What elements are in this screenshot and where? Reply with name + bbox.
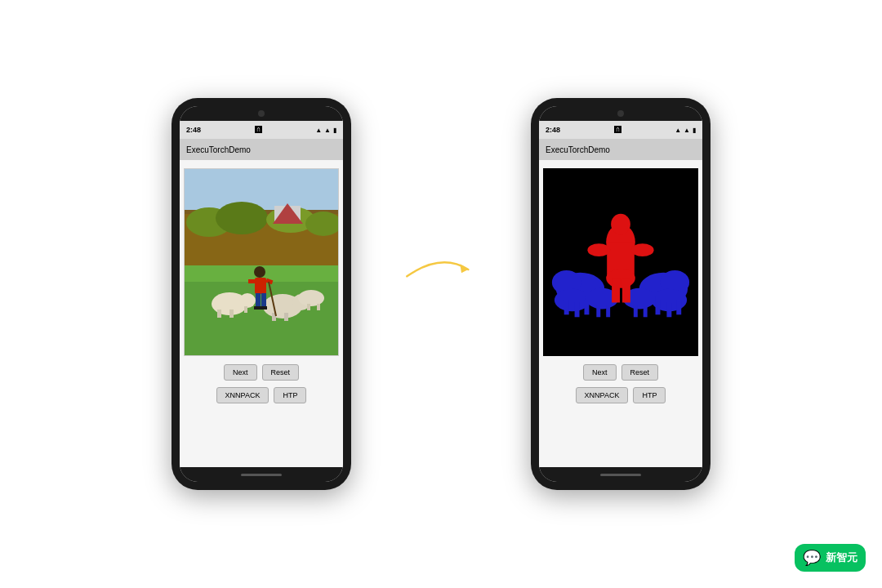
left-signal-icon: ▲: [324, 127, 331, 134]
right-seg-display: [543, 168, 698, 356]
right-battery-icon: ▮: [693, 127, 696, 134]
svg-rect-50: [666, 302, 671, 317]
right-button-row-2: XNNPACK HTP: [576, 387, 666, 403]
left-phone-inner: 2:48 🅰 ▲ ▲ ▮ ExecuTorchDemo: [180, 106, 343, 482]
reset-button-left[interactable]: Reset: [262, 364, 300, 381]
svg-point-38: [631, 243, 654, 256]
right-time: 2:48: [546, 126, 560, 134]
right-phone-top: [539, 106, 702, 121]
right-wifi-icon: ▲: [675, 127, 681, 134]
left-home-bar: [241, 474, 282, 476]
svg-point-39: [606, 269, 635, 288]
svg-rect-12: [217, 310, 221, 318]
right-home-bar: [600, 474, 641, 476]
svg-rect-18: [284, 313, 288, 321]
left-content-area: Next Reset XNNPACK HTP: [180, 160, 343, 467]
farm-scene-svg: [185, 169, 339, 356]
svg-point-4: [216, 202, 268, 234]
left-image-display: [184, 168, 339, 356]
right-buttons-area: Next Reset XNNPACK HTP: [546, 364, 696, 403]
xnnpack-button-right[interactable]: XNNPACK: [576, 387, 629, 403]
right-signal-icon: ▲: [684, 127, 690, 134]
svg-rect-30: [261, 306, 267, 310]
left-notification: 🅰: [255, 126, 262, 134]
svg-point-35: [611, 214, 630, 235]
svg-rect-56: [634, 305, 638, 317]
right-phone-inner: 2:48 🅰 ▲ ▲ ▮ ExecuTorchDemo: [539, 106, 702, 482]
svg-point-20: [298, 290, 324, 306]
right-app-bar: ExecuTorchDemo: [539, 139, 702, 160]
left-buttons-area: Next Reset XNNPACK HTP: [186, 364, 336, 403]
left-app-title: ExecuTorchDemo: [186, 145, 251, 154]
svg-point-37: [587, 243, 610, 256]
svg-rect-53: [596, 305, 600, 317]
right-camera: [617, 110, 624, 117]
svg-rect-43: [564, 301, 569, 315]
svg-rect-51: [676, 301, 681, 315]
left-wifi-icon: ▲: [315, 127, 322, 134]
svg-rect-28: [261, 293, 266, 308]
svg-rect-29: [254, 306, 261, 310]
right-app-title: ExecuTorchDemo: [546, 145, 610, 154]
svg-rect-25: [248, 279, 255, 283]
left-phone-bottom: [180, 467, 343, 482]
reset-button-right[interactable]: Reset: [621, 364, 659, 381]
right-status-bar: 2:48 🅰 ▲ ▲ ▮: [539, 121, 702, 139]
left-phone-top: [180, 106, 343, 121]
left-status-icons: ▲ ▲ ▮: [315, 127, 336, 134]
svg-rect-15: [244, 306, 247, 313]
wechat-icon: 💬: [803, 549, 821, 567]
main-container: 2:48 🅰 ▲ ▲ ▮ ExecuTorchDemo: [0, 0, 882, 588]
wechat-text: 新智元: [826, 550, 858, 565]
svg-rect-59: [622, 278, 630, 303]
left-camera: [258, 110, 265, 117]
svg-point-23: [254, 266, 265, 278]
right-notification: 🅰: [614, 126, 621, 134]
right-status-icons: ▲ ▲ ▮: [675, 127, 696, 134]
right-content-area: Next Reset XNNPACK HTP: [539, 160, 702, 467]
htp-button-left[interactable]: HTP: [274, 387, 306, 403]
svg-rect-54: [606, 305, 610, 317]
segmentation-scene-svg: [544, 169, 697, 355]
left-button-row-2: XNNPACK HTP: [216, 387, 307, 403]
left-phone: 2:48 🅰 ▲ ▲ ▮ ExecuTorchDemo: [172, 98, 351, 490]
left-battery-icon: ▮: [333, 127, 336, 134]
xnnpack-button-left[interactable]: XNNPACK: [216, 387, 270, 403]
left-status-bar: 2:48 🅰 ▲ ▲ ▮: [180, 121, 343, 139]
svg-rect-49: [656, 301, 661, 315]
svg-rect-44: [575, 302, 580, 317]
svg-rect-22: [317, 304, 320, 310]
next-button-right[interactable]: Next: [583, 364, 617, 381]
left-app-bar: ExecuTorchDemo: [180, 139, 343, 160]
svg-rect-24: [255, 278, 266, 294]
transition-arrow: [400, 249, 482, 290]
svg-rect-57: [644, 305, 648, 317]
svg-point-14: [239, 293, 256, 308]
svg-rect-21: [307, 304, 310, 310]
right-phone-bottom: [539, 467, 702, 482]
right-button-row-1: Next Reset: [583, 364, 658, 381]
svg-rect-27: [256, 293, 261, 308]
svg-rect-58: [612, 278, 620, 303]
next-button-left[interactable]: Next: [224, 364, 257, 381]
left-time: 2:48: [186, 126, 201, 134]
right-phone: 2:48 🅰 ▲ ▲ ▮ ExecuTorchDemo: [531, 98, 710, 490]
arrow-container: [400, 249, 482, 290]
wechat-badge: 💬 新智元: [795, 544, 866, 572]
htp-button-right[interactable]: HTP: [633, 387, 666, 403]
left-button-row-1: Next Reset: [224, 364, 299, 381]
svg-rect-13: [229, 310, 234, 318]
